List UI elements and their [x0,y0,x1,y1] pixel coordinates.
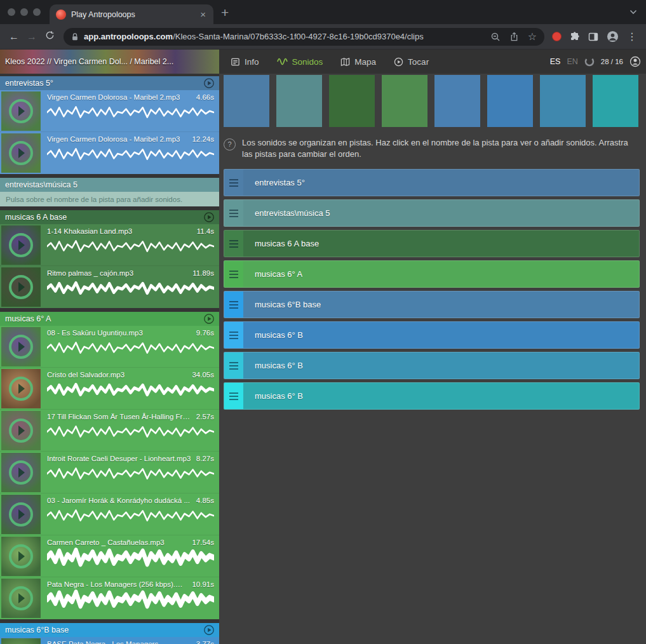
clip-play-overlay-icon [9,502,33,527]
clip-item[interactable]: Carmen Carreto _ Castañuelas.mp317.54s [0,535,219,577]
bookmark-star-icon[interactable]: ☆ [528,32,537,42]
recording-extension-icon[interactable] [552,32,562,41]
window-controls[interactable] [0,8,50,16]
clips-counter: 28 / 16 [601,58,623,65]
track-row-label[interactable]: musicas 6° B [243,330,303,340]
sidebar-track-header[interactable]: entrevistas 5° [0,76,219,90]
nav-item-tocar[interactable]: Tocar [394,57,429,67]
clip-duration: 10.91s [192,580,214,588]
track-color-swatch[interactable] [487,75,533,127]
track-row[interactable]: musicas 6° B [224,382,640,410]
zoom-icon[interactable] [490,32,501,42]
help-block: ? Los sonidos se organizan en pistas. Ha… [224,137,640,160]
track-play-button[interactable] [203,624,215,636]
tab-close-icon[interactable]: × [199,8,207,20]
new-tab-button[interactable]: + [221,6,229,19]
window-close-button[interactable] [8,8,15,16]
clip-play-overlay-icon [9,275,33,299]
track-row[interactable]: musicas 6°B base [224,291,640,318]
clip-item[interactable]: 1-14 Khakasian Land.mp311.4s [0,224,219,266]
track-row[interactable]: entrevistas 5° [224,169,640,196]
track-name: entrevistas 5° [5,79,203,88]
clip-duration: 11.4s [197,227,214,235]
track-row[interactable]: entrevistas\música 5 [224,199,640,227]
sidebar-track-header[interactable]: musicas 6° A [0,312,219,326]
track-play-button[interactable] [203,211,215,223]
clip-thumbnail [1,537,41,576]
clip-item[interactable]: 17 Till Flickan Som Är Tusen År-Halling … [0,410,219,452]
drag-handle-icon[interactable] [224,200,243,226]
clip-play-overlay-icon [9,460,33,485]
track-row[interactable]: musicas 6 A base [224,230,640,257]
clip-item[interactable]: 03 - Jaromír Horák & Konrádyho dudácká .… [0,493,219,535]
clip-item[interactable]: Introit Rorate Caeli Desuper - Lionheart… [0,452,219,493]
lock-icon[interactable] [71,32,79,41]
share-icon[interactable] [509,32,519,41]
track-row-label[interactable]: musicas 6°B base [243,300,321,309]
reload-button[interactable] [41,30,58,43]
drag-handle-icon[interactable] [224,322,243,348]
nav-item-info[interactable]: Info [231,57,259,67]
clip-name: Carmen Carreto _ Castañuelas.mp3 [47,539,165,546]
clip-item[interactable]: BASE Pata Negra - Los Managers3.77s [0,637,219,644]
tab-search-chevron-icon[interactable] [629,10,637,15]
address-bar[interactable]: app.antropoloops.com/Kleos-Santa-Marina/… [64,28,544,46]
clip-item[interactable]: Pata Negra - Los Managers (256 kbps).mp3… [0,577,219,619]
track-row-label[interactable]: entrevistas 5° [243,178,305,187]
clip-thumbnail [1,411,41,450]
track-row[interactable]: musicas 6° B [224,321,640,349]
window-zoom-button[interactable] [33,8,41,16]
breadcrumb[interactable]: Kleos 2022 // Virgen Carmen Dol... / Mar… [5,57,173,66]
drag-handle-icon[interactable] [224,292,243,318]
track-row-label[interactable]: entrevistas\música 5 [243,208,330,218]
window-minimize-button[interactable] [20,8,28,16]
clip-item[interactable]: Virgen Carmen Dolorosa - Maribel 2.mp312… [0,132,219,174]
browser-menu-icon[interactable]: ⋮ [627,30,637,43]
drag-handle-icon[interactable] [224,383,243,409]
track-color-swatch[interactable] [434,75,480,127]
drag-handle-icon[interactable] [224,352,243,379]
track-color-swatch[interactable] [224,75,269,127]
sidebar-track-header[interactable]: musicas 6 A base [0,210,219,224]
track-color-swatch[interactable] [382,75,427,127]
track-row-label[interactable]: musicas 6 A base [243,239,319,248]
track-row[interactable]: musicas 6° B [224,352,640,379]
drag-handle-icon[interactable] [224,261,243,287]
help-text: Los sonidos se organizan en pistas. Haz … [242,137,637,160]
profile-avatar[interactable] [607,30,619,43]
track-row-label[interactable]: musicas 6° B [243,391,303,401]
drag-handle-icon[interactable] [224,231,243,257]
forward-button[interactable]: → [23,31,41,43]
clip-waveform [47,466,214,482]
clip-waveform [47,280,214,297]
track-row-label[interactable]: musicas 6° A [243,269,302,279]
clip-thumbnail [1,453,41,492]
track-color-swatch[interactable] [540,75,586,127]
nav-item-mapa[interactable]: Mapa [340,57,376,67]
track-color-swatch[interactable] [329,75,375,127]
account-icon[interactable] [629,56,641,67]
clip-item[interactable]: Cristo del Salvador.mp334.05s [0,368,219,410]
track-play-button[interactable] [203,77,215,89]
track-color-swatch[interactable] [276,75,322,127]
track-color-swatch[interactable] [593,75,638,127]
clip-item[interactable]: Ritmo palmas _ cajón.mp311.89s [0,266,219,308]
track-row-label[interactable]: musicas 6° B [243,361,303,370]
clip-item[interactable]: 08 - Es Sakūru Uguntiņu.mp39.76s [0,326,219,368]
side-panel-icon[interactable] [588,32,598,42]
clip-play-overlay-icon [9,586,33,610]
sidebar-track-header[interactable]: musicas 6°B base [0,623,219,637]
lang-es-button[interactable]: ES [550,57,561,66]
browser-tab[interactable]: Play Antropoloops × [50,4,213,24]
nav-item-sonidos[interactable]: Sonidos [277,57,323,67]
lang-en-button[interactable]: EN [567,57,577,66]
back-button[interactable]: ← [5,31,23,43]
sidebar-track-header[interactable]: entrevistas\música 5 [0,178,219,192]
track-row[interactable]: musicas 6° A [224,260,640,288]
tab-title: Play Antropoloops [71,10,194,19]
track-play-button[interactable] [203,313,215,325]
breadcrumb-strip[interactable]: Kleos 2022 // Virgen Carmen Dol... / Mar… [0,50,219,74]
clip-item[interactable]: Virgen Carmen Dolorosa - Maribel 2.mp34.… [0,90,219,132]
drag-handle-icon[interactable] [224,170,243,196]
extensions-puzzle-icon[interactable] [570,32,580,42]
